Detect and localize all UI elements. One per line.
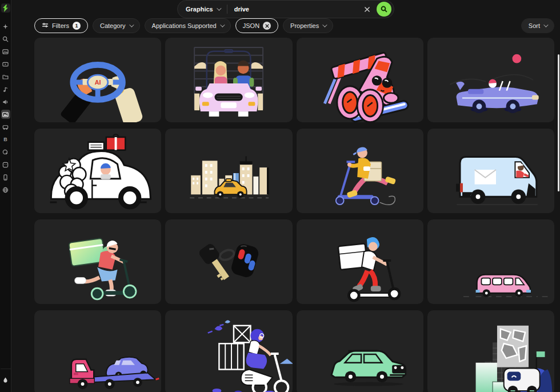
map-rover-illustration xyxy=(427,310,554,392)
properties-dropdown[interactable]: Properties xyxy=(283,18,333,33)
search-scope-label: Graphics xyxy=(186,6,213,13)
sidebar-item-stickers[interactable] xyxy=(1,160,10,169)
web-pointer-icon xyxy=(2,149,9,155)
sidebar-item-search[interactable] xyxy=(1,34,10,43)
mail-van-illustration xyxy=(427,129,554,213)
traffic-cone-character-illustration xyxy=(297,38,423,122)
topbar: Graphics xyxy=(11,0,560,18)
christmas-car-illustration xyxy=(34,129,161,213)
sidebar-item-folders[interactable] xyxy=(1,72,10,81)
search-scope-dropdown[interactable]: Graphics xyxy=(186,6,220,13)
search-icon xyxy=(2,36,9,42)
folder-icon xyxy=(2,74,9,80)
card-map-delivery-rover[interactable] xyxy=(427,310,554,392)
search-bar: Graphics xyxy=(177,0,394,18)
filter-bar: Filters 1 Category Applications Supporte… xyxy=(11,18,560,33)
search-button[interactable] xyxy=(377,2,391,17)
chevron-down-icon xyxy=(322,22,327,27)
card-purple-classic-convertible[interactable] xyxy=(427,38,554,122)
app-logo[interactable] xyxy=(1,3,10,13)
tow-truck-illustration xyxy=(34,310,161,392)
speaker-icon xyxy=(2,99,9,105)
close-icon xyxy=(265,24,269,28)
moped-delivery-illustration xyxy=(165,310,292,392)
photo-icon xyxy=(2,49,9,55)
filters-button[interactable]: Filters 1 xyxy=(34,18,88,33)
sidebar-item-theme[interactable] xyxy=(1,375,10,384)
card-courier-kick-scooter-package[interactable] xyxy=(297,129,423,213)
video-icon xyxy=(2,61,9,67)
card-tow-truck-with-car[interactable] xyxy=(34,310,161,392)
chevron-down-icon xyxy=(543,22,548,27)
card-blue-mail-van[interactable] xyxy=(427,129,554,213)
applications-supported-dropdown[interactable]: Applications Supported xyxy=(145,18,231,33)
sidebar-item-videos[interactable] xyxy=(1,59,10,69)
card-car-key-and-fob[interactable] xyxy=(165,219,292,304)
sidebar-item-music[interactable] xyxy=(1,85,10,94)
ai-badge-text: AI xyxy=(95,79,101,86)
purple-convertible-illustration xyxy=(427,38,554,122)
card-delivery-rider-green-box[interactable] xyxy=(34,219,161,304)
card-green-station-wagon[interactable] xyxy=(297,310,423,392)
card-moped-delivery-crates[interactable] xyxy=(165,310,292,392)
sidebar-item-globe[interactable] xyxy=(1,185,10,194)
scrollbar[interactable] xyxy=(558,54,559,191)
card-delivery-rider-white-box[interactable] xyxy=(297,219,423,304)
sidebar-item-vehicles[interactable] xyxy=(1,122,10,131)
sidebar-item-photos[interactable] xyxy=(1,47,10,56)
music-note-icon xyxy=(2,86,9,93)
green-box-rider-illustration xyxy=(34,219,161,304)
json-filter-chip[interactable]: JSON xyxy=(235,18,278,33)
card-christmas-car-with-gifts[interactable] xyxy=(34,129,161,213)
sidebar: B xyxy=(0,0,11,392)
close-icon xyxy=(365,7,370,12)
clear-search-button[interactable] xyxy=(362,4,372,14)
app-window: B xyxy=(0,0,560,392)
streamline-bolt-icon xyxy=(2,5,9,12)
filter-sliders-icon xyxy=(42,22,49,30)
car-keys-illustration xyxy=(165,219,292,304)
card-ai-steering-wheel[interactable]: AI xyxy=(34,38,161,122)
chevron-down-icon xyxy=(129,22,134,27)
chevron-down-icon xyxy=(217,6,221,10)
main-area: Graphics xyxy=(11,0,560,392)
city-taxi-illustration xyxy=(165,129,292,213)
sidebar-item-brand[interactable]: B xyxy=(1,135,10,144)
results-grid: AI xyxy=(34,38,554,392)
white-box-rider-illustration xyxy=(297,219,423,304)
sidebar-item-ai[interactable] xyxy=(1,22,10,31)
sort-dropdown[interactable]: Sort xyxy=(521,18,554,33)
droplet-icon xyxy=(2,377,9,383)
card-city-skyline-taxi[interactable] xyxy=(165,129,292,213)
couple-convertible-illustration xyxy=(165,38,292,122)
globe-icon xyxy=(2,187,9,193)
pink-minibus-illustration xyxy=(427,219,554,304)
search-divider xyxy=(227,5,227,14)
stickers-icon xyxy=(2,162,9,168)
chevron-down-icon xyxy=(220,22,225,27)
category-dropdown[interactable]: Category xyxy=(93,18,140,33)
search-input[interactable] xyxy=(234,6,362,13)
brand-b-icon: B xyxy=(3,137,7,142)
remove-json-filter-button[interactable] xyxy=(263,22,271,30)
card-pink-minibus[interactable] xyxy=(427,219,554,304)
filters-label: Filters xyxy=(52,22,69,29)
mobile-phone-icon xyxy=(2,174,9,181)
ai-sparkle-icon xyxy=(2,23,9,30)
vehicle-icon xyxy=(2,124,9,130)
sidebar-divider xyxy=(1,369,11,369)
sidebar-item-mobile[interactable] xyxy=(1,173,10,182)
ai-steering-wheel-illustration: AI xyxy=(34,38,161,122)
magnifier-icon xyxy=(381,6,387,13)
card-traffic-cone-character[interactable] xyxy=(297,38,423,122)
graphics-mountain-icon xyxy=(2,111,9,118)
green-wagon-illustration xyxy=(297,310,423,392)
filters-count-badge: 1 xyxy=(73,22,81,30)
courier-scooter-illustration xyxy=(297,129,423,213)
sidebar-item-audio[interactable] xyxy=(1,97,10,106)
sidebar-item-web[interactable] xyxy=(1,147,10,157)
card-couple-driving-convertible[interactable] xyxy=(165,38,292,122)
sidebar-item-graphics[interactable] xyxy=(1,110,10,119)
